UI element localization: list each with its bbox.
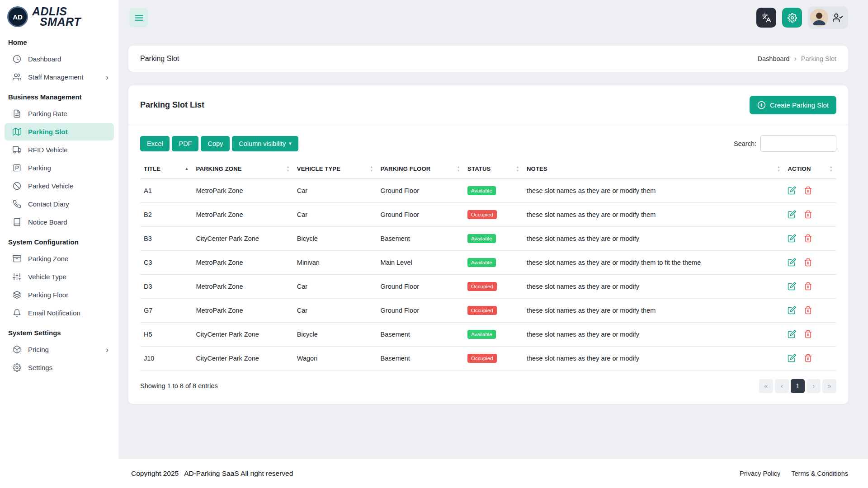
pagination-prev-button[interactable]: ‹	[775, 379, 789, 393]
cell-title: A1	[140, 178, 193, 202]
trash-icon	[804, 210, 812, 219]
settings-button[interactable]	[782, 8, 802, 28]
page-header-card: Parking Slot Dashboard › Parking Slot	[128, 46, 848, 72]
cell-parking-floor: Ground Floor	[377, 202, 464, 226]
cell-vehicle-type: Car	[293, 202, 377, 226]
column-header-parking-zone[interactable]: PARKING ZONE▲▼	[193, 160, 293, 178]
column-header-notes[interactable]: NOTES▲▼	[523, 160, 784, 178]
breadcrumb-dashboard-link[interactable]: Dashboard	[758, 55, 790, 62]
sidebar-item-parking[interactable]: Parking	[5, 159, 114, 177]
brand-line2: SMART	[40, 17, 81, 27]
footer-link-privacy-policy[interactable]: Privacy Policy	[740, 470, 780, 477]
sidebar-item-staff-management[interactable]: Staff Management›	[5, 68, 114, 86]
language-button[interactable]	[756, 8, 776, 28]
sort-icon: ▲▼	[370, 165, 373, 173]
delete-row-button[interactable]	[804, 330, 812, 338]
entries-summary: Showing 1 to 8 of 8 entries	[140, 382, 218, 389]
edit-row-button[interactable]	[788, 330, 796, 338]
cell-action	[784, 250, 836, 274]
cell-notes: these slot names as they are or modify	[523, 274, 784, 298]
user-menu[interactable]	[808, 6, 848, 29]
copy-export-button[interactable]: Copy	[201, 136, 230, 151]
column-visibility-button[interactable]: Column visibility ▾	[232, 136, 298, 151]
cell-title: J10	[140, 346, 193, 370]
table-row: D3MetroPark ZoneCarGround FloorOccupiedt…	[140, 274, 836, 298]
delete-row-button[interactable]	[804, 282, 812, 291]
edit-row-button[interactable]	[788, 354, 796, 362]
cell-notes: these slot names as they are or modify t…	[523, 202, 784, 226]
sidebar-item-settings[interactable]: Settings	[5, 359, 114, 376]
sidebar-item-parking-rate[interactable]: Parking Rate	[5, 105, 114, 122]
sidebar-item-label: Dashboard	[28, 55, 61, 63]
cell-vehicle-type: Car	[293, 178, 377, 202]
sidebar-item-notice-board[interactable]: Notice Board	[5, 213, 114, 231]
package-icon	[13, 345, 21, 354]
pagination-last-button[interactable]: »	[822, 379, 836, 393]
column-header-vehicle-type[interactable]: VEHICLE TYPE▲▼	[293, 160, 377, 178]
dashboard-icon	[13, 55, 21, 63]
table-toolbar: ExcelPDFCopy Column visibility ▾ Search:	[128, 125, 848, 159]
trash-icon	[804, 354, 812, 362]
status-badge: Occupied	[467, 282, 497, 291]
column-visibility-label: Column visibility	[239, 140, 286, 147]
sidebar-item-label: Parking Zone	[28, 255, 68, 263]
footer-link-terms-conditions[interactable]: Terms & Conditions	[791, 470, 848, 477]
edit-row-button[interactable]	[788, 186, 796, 195]
edit-row-button[interactable]	[788, 210, 796, 219]
sidebar-item-email-notification[interactable]: Email Notification	[5, 304, 114, 322]
column-header-parking-floor[interactable]: PARKING FLOOR▲▼	[377, 160, 464, 178]
table-row: C3MetroPark ZoneMinivanMain LevelAvailab…	[140, 250, 836, 274]
edit-row-button[interactable]	[788, 258, 796, 267]
delete-row-button[interactable]	[804, 234, 812, 243]
delete-row-button[interactable]	[804, 210, 812, 219]
sidebar-item-parking-zone[interactable]: Parking Zone	[5, 250, 114, 267]
delete-row-button[interactable]	[804, 258, 812, 267]
sidebar-nav: HomeDashboardStaff Management›Business M…	[0, 31, 118, 488]
edit-row-button[interactable]	[788, 234, 796, 243]
sidebar-item-rfid-vehicle[interactable]: RFID Vehicle	[5, 141, 114, 159]
cell-vehicle-type: Car	[293, 274, 377, 298]
sidebar-item-pricing[interactable]: Pricing›	[5, 341, 114, 358]
search-input[interactable]	[760, 135, 836, 152]
brand-logo[interactable]: AD ADLIS SMART	[0, 0, 118, 31]
column-header-title[interactable]: TITLE▲	[140, 160, 193, 178]
sidebar-item-parking-floor[interactable]: Parking Floor	[5, 286, 114, 304]
create-parking-slot-button[interactable]: Create Parking Slot	[750, 96, 836, 114]
cell-parking-zone: MetroPark Zone	[193, 250, 293, 274]
status-badge: Available	[467, 258, 495, 267]
table-row: A1MetroPark ZoneCarGround FloorAvailable…	[140, 178, 836, 202]
chevron-right-icon: ›	[794, 55, 796, 63]
cell-parking-floor: Ground Floor	[377, 178, 464, 202]
sidebar-item-parked-vehicle[interactable]: Parked Vehicle	[5, 177, 114, 195]
chevron-right-icon: ›	[106, 73, 108, 81]
column-header-action[interactable]: ACTION▲▼	[784, 160, 836, 178]
pdf-export-button[interactable]: PDF	[172, 136, 198, 151]
sidebar-item-parking-slot[interactable]: Parking Slot	[5, 123, 114, 141]
excel-export-button[interactable]: Excel	[140, 136, 170, 151]
cell-parking-zone: CityCenter Park Zone	[193, 226, 293, 250]
pagination-next-button[interactable]: ›	[807, 379, 821, 393]
pagination-first-button[interactable]: «	[759, 379, 773, 393]
sort-asc-icon: ▲	[184, 167, 189, 171]
chevron-right-icon: ›	[106, 346, 108, 354]
edit-icon	[788, 258, 796, 267]
sidebar-item-label: Notice Board	[28, 218, 67, 226]
phone-icon	[13, 200, 21, 208]
sidebar-item-contact-diary[interactable]: Contact Diary	[5, 195, 114, 213]
delete-row-button[interactable]	[804, 186, 812, 195]
cell-parking-floor: Basement	[377, 226, 464, 250]
sidebar-item-dashboard[interactable]: Dashboard	[5, 50, 114, 68]
sidebar-toggle-button[interactable]	[129, 8, 148, 27]
sidebar-item-vehicle-type[interactable]: Vehicle Type	[5, 268, 114, 286]
languages-icon	[762, 13, 771, 23]
edit-row-button[interactable]	[788, 306, 796, 314]
pagination-page-1-button[interactable]: 1	[791, 379, 805, 393]
column-header-status[interactable]: STATUS▲▼	[464, 160, 523, 178]
delete-row-button[interactable]	[804, 306, 812, 314]
table-row: H5CityCenter Park ZoneBicycleBasementAva…	[140, 322, 836, 346]
sidebar-item-label: Parking Floor	[28, 291, 68, 299]
edit-row-button[interactable]	[788, 282, 796, 291]
cell-parking-floor: Ground Floor	[377, 274, 464, 298]
delete-row-button[interactable]	[804, 354, 812, 362]
parking-slot-list-card: Parking Slot List Create Parking Slot Ex…	[128, 85, 848, 404]
